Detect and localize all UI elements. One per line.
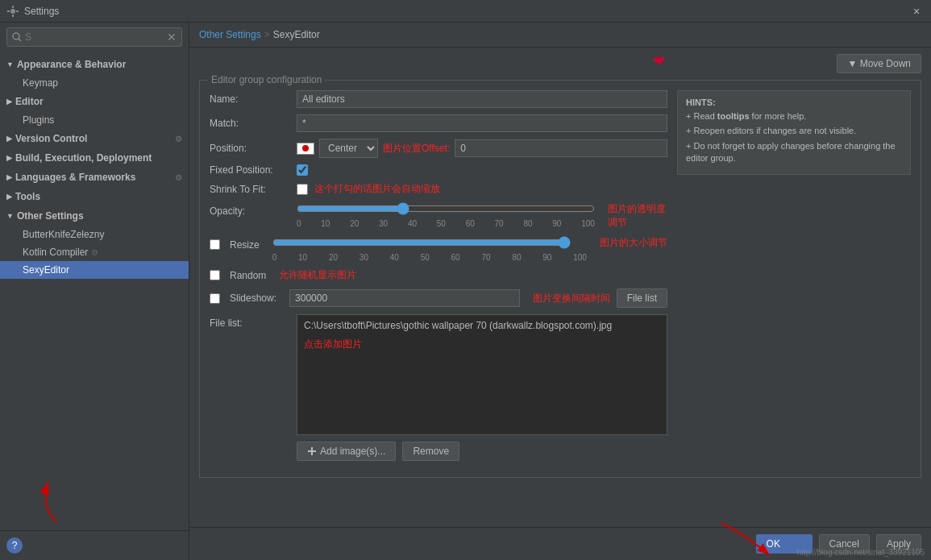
file-list-section: File list: C:\Users\tboft\Pictures\gothi… <box>210 314 667 435</box>
ok-arrow-svg <box>697 519 794 560</box>
sidebar-item-label: Build, Execution, Deployment <box>15 152 152 164</box>
position-label: Position: <box>210 143 290 154</box>
sidebar-nav: ▼ Appearance & Behavior Keymap ▶ Editor … <box>0 52 189 466</box>
shrink-annotation: 这个打勾的话图片会自动缩放 <box>314 182 440 196</box>
file-list-button[interactable]: File list <box>617 288 667 308</box>
svg-rect-4 <box>16 10 19 12</box>
expand-icon: ▼ <box>6 212 14 220</box>
close-button[interactable]: × <box>908 3 925 19</box>
hints-line-3: + Do not forget to apply changes before … <box>686 140 902 165</box>
breadcrumb: Other Settings > SexyEditor <box>189 23 931 48</box>
config-right: HINTS: + Read tooltips for more help. + … <box>677 90 911 467</box>
sidebar-bottom: ? <box>0 530 189 560</box>
red-arrow-svg <box>8 466 105 530</box>
random-label: Random <box>230 270 266 281</box>
search-clear-icon[interactable]: ✕ <box>167 31 177 44</box>
file-list-item: C:\Users\tboft\Pictures\gothic wallpaper… <box>304 320 660 331</box>
fixed-position-row: Fixed Position: <box>210 164 667 176</box>
random-row: Random 允许随机显示图片 <box>210 268 667 282</box>
hints-line-2: + Reopen editors if changes are not visi… <box>686 125 902 137</box>
shrink-label: Shrink To Fit: <box>210 184 290 195</box>
sidebar-item-version-control[interactable]: ▶ Version Control ⚙ <box>0 129 189 148</box>
sidebar-item-editor[interactable]: ▶ Editor <box>0 92 189 111</box>
sidebar-item-label: Kotlin Compiler <box>23 247 88 258</box>
sidebar-item-appearance[interactable]: ▼ Appearance & Behavior <box>0 55 189 74</box>
shrink-row: Shrink To Fit: 这个打勾的话图片会自动缩放 <box>210 182 667 196</box>
slideshow-annotation: 图片变换间隔时间 <box>533 292 610 305</box>
sidebar-item-label: Version Control <box>15 133 87 144</box>
search-box[interactable]: ✕ <box>6 27 182 47</box>
hints-box: HINTS: + Read tooltips for more help. + … <box>677 90 911 175</box>
sidebar-item-label: Keymap <box>23 77 58 89</box>
breadcrumb-other-settings[interactable]: Other Settings <box>199 29 261 40</box>
window-title: Settings <box>24 6 59 17</box>
sidebar: ✕ ▼ Appearance & Behavior Keymap ▶ Edito… <box>0 23 189 560</box>
breadcrumb-sexyeditor: SexyEditor <box>273 29 320 40</box>
svg-line-6 <box>19 39 21 41</box>
svg-point-0 <box>10 9 15 14</box>
slideshow-label: Slideshow: <box>230 292 276 304</box>
fixed-position-checkbox[interactable] <box>297 164 308 176</box>
svg-rect-3 <box>7 10 10 12</box>
position-controls: Center Left Right Top Bottom 图片位置Offset: <box>297 139 667 158</box>
sidebar-item-label: SexyEditor <box>23 264 69 276</box>
opacity-label: Opacity: <box>210 202 290 217</box>
titlebar-left: Settings <box>6 5 59 18</box>
slideshow-row: Slideshow: 图片变换间隔时间 File list <box>210 288 667 308</box>
sidebar-item-kotlin[interactable]: Kotlin Compiler ⚙ <box>0 243 189 261</box>
slideshow-input[interactable] <box>289 289 520 307</box>
svg-rect-2 <box>12 15 14 17</box>
hints-title: HINTS: <box>686 97 902 107</box>
sidebar-item-label: Tools <box>15 191 40 202</box>
sidebar-item-languages[interactable]: ▶ Languages & Frameworks ⚙ <box>0 168 189 187</box>
breadcrumb-separator: > <box>264 29 270 40</box>
offset-input[interactable] <box>455 139 667 157</box>
main-layout: ✕ ▼ Appearance & Behavior Keymap ▶ Edito… <box>0 23 931 560</box>
name-input[interactable] <box>297 90 667 108</box>
svg-rect-1 <box>12 6 14 8</box>
content-area: Other Settings > SexyEditor ▼ Move Down … <box>189 23 931 560</box>
slideshow-checkbox[interactable] <box>210 293 220 304</box>
svg-point-5 <box>13 33 19 39</box>
add-images-button[interactable]: Add image(s)... <box>297 442 396 461</box>
opacity-slider[interactable] <box>297 202 595 215</box>
titlebar: Settings × <box>0 0 931 23</box>
search-icon <box>12 32 22 42</box>
resize-slider[interactable] <box>272 236 571 249</box>
fixed-position-label: Fixed Position: <box>210 164 290 176</box>
expand-icon: ▶ <box>6 154 12 162</box>
opacity-row: Opacity: 0 10 20 30 40 50 <box>210 202 667 230</box>
resize-row: Resize 0 10 20 30 40 50 6 <box>210 236 667 262</box>
position-row: Position: Center Left Right Top <box>210 139 667 158</box>
position-select[interactable]: Center Left Right Top Bottom <box>319 139 378 158</box>
random-annotation: 允许随机显示图片 <box>279 268 356 282</box>
match-label: Match: <box>210 118 290 129</box>
group-config-title: Editor group configuration <box>208 74 325 85</box>
sidebar-item-plugins[interactable]: Plugins <box>0 111 189 129</box>
sidebar-item-butterknife[interactable]: ButterKnifeZelezny <box>0 226 189 243</box>
shrink-checkbox[interactable] <box>297 184 308 195</box>
file-list-annotation: 点击添加图片 <box>304 338 362 350</box>
sidebar-item-build[interactable]: ▶ Build, Execution, Deployment <box>0 148 189 168</box>
sidebar-item-other-settings[interactable]: ▼ Other Settings <box>0 206 189 226</box>
flag-circle <box>302 145 309 151</box>
help-button[interactable]: ? <box>6 537 23 554</box>
remove-button[interactable]: Remove <box>402 442 459 461</box>
resize-label: Resize <box>230 236 260 251</box>
sidebar-item-sexyeditor[interactable]: SexyEditor <box>0 261 189 279</box>
random-checkbox[interactable] <box>210 270 220 280</box>
config-icon: ⚙ <box>175 135 182 143</box>
arrow-area <box>0 466 189 530</box>
sidebar-item-tools[interactable]: ▶ Tools <box>0 187 189 206</box>
search-input[interactable] <box>25 31 167 43</box>
file-list-box[interactable]: C:\Users\tboft\Pictures\gothic wallpaper… <box>297 314 667 435</box>
match-input[interactable] <box>297 114 667 132</box>
resize-checkbox[interactable] <box>210 239 220 250</box>
sidebar-item-label: Editor <box>15 96 44 107</box>
svg-rect-9 <box>311 447 313 455</box>
resize-ticks: 0 10 20 30 40 50 60 70 80 90 <box>272 253 587 262</box>
expand-icon: ▶ <box>6 193 12 201</box>
expand-icon: ▶ <box>6 97 12 106</box>
sidebar-item-keymap[interactable]: Keymap <box>0 74 189 92</box>
content-scroll: ▼ Move Down Editor group configuration N… <box>189 48 931 527</box>
